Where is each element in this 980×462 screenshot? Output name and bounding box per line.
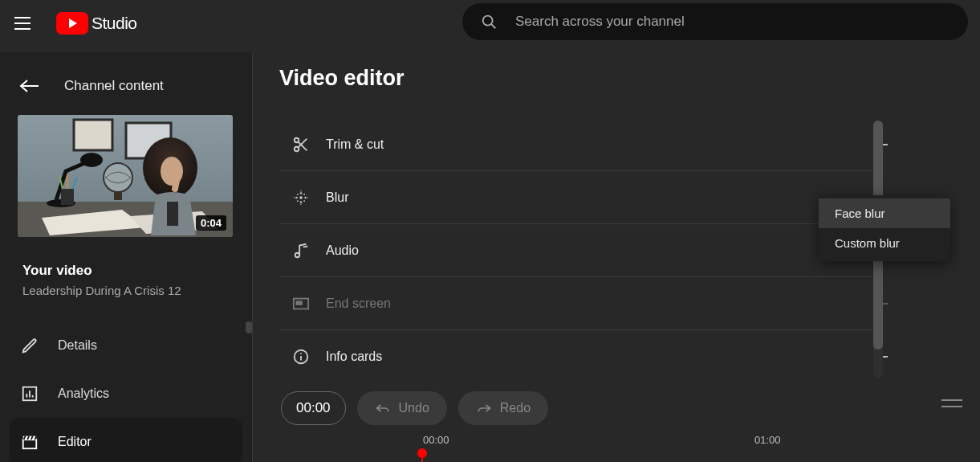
row-label: Info cards [326, 350, 382, 364]
svg-point-7 [104, 163, 132, 192]
timeline-controls: 00:00 Undo Redo [281, 388, 970, 428]
hamburger-menu-button[interactable] [14, 14, 34, 33]
youtube-play-icon [56, 12, 88, 35]
timeline-drag-handle-icon[interactable] [941, 396, 970, 411]
svg-rect-55 [296, 301, 303, 305]
page-title: Video editor [279, 66, 980, 91]
blur-icon [292, 189, 326, 206]
topbar: Studio [0, 0, 980, 46]
undo-icon [375, 402, 391, 415]
svg-point-38 [295, 196, 297, 198]
playhead-marker[interactable] [417, 448, 427, 458]
svg-point-49 [300, 203, 301, 204]
music-note-icon [292, 242, 326, 260]
sidebar-item-label: Details [58, 338, 97, 353]
row-label: Blur [326, 190, 348, 205]
video-thumbnail[interactable]: 0:04 [18, 115, 233, 237]
sidebar-item-label: Analytics [58, 386, 109, 401]
svg-point-40 [300, 192, 302, 194]
redo-button[interactable]: Redo [458, 391, 548, 425]
svg-rect-11 [61, 189, 74, 205]
undo-label: Undo [399, 401, 429, 415]
svg-point-46 [294, 197, 295, 198]
row-end-screen: End screen [279, 277, 873, 330]
svg-point-45 [303, 200, 305, 202]
info-icon [292, 348, 326, 366]
logo-text: Studio [91, 14, 137, 33]
channel-content-label: Channel content [64, 78, 164, 94]
svg-point-42 [297, 193, 299, 194]
tick-label: 00:00 [423, 434, 449, 446]
svg-point-31 [295, 137, 299, 142]
sidebar-item-analytics[interactable]: Analytics [0, 370, 252, 418]
row-trim-cut[interactable]: Trim & cut [279, 118, 873, 171]
sidebar-item-label: Editor [58, 435, 91, 449]
svg-point-39 [304, 196, 306, 198]
editor-rows: Trim & cut Blur [279, 118, 873, 383]
row-audio[interactable]: Audio [279, 224, 873, 277]
menu-item-custom-blur[interactable]: Custom blur [819, 228, 950, 258]
video-title: Leadership During A Crisis 12 [22, 284, 252, 297]
svg-point-41 [300, 201, 302, 202]
svg-point-60 [300, 353, 302, 354]
row-label: Audio [326, 243, 359, 258]
blur-menu: Face blur Custom blur [819, 195, 950, 261]
svg-line-1 [491, 24, 495, 28]
timeline[interactable]: 00:00 01:00 [281, 434, 970, 462]
svg-point-44 [297, 200, 299, 202]
svg-rect-25 [23, 440, 37, 448]
svg-point-32 [295, 146, 299, 151]
svg-rect-8 [114, 192, 122, 200]
search-input[interactable] [515, 14, 950, 30]
svg-line-51 [303, 246, 308, 247]
analytics-icon [21, 385, 58, 403]
row-info-cards[interactable]: Info cards [279, 330, 873, 383]
svg-rect-5 [74, 120, 112, 150]
back-arrow-icon [19, 79, 42, 93]
sidebar-item-details[interactable]: Details [0, 321, 252, 370]
sidebar-nav: Details Analytics [0, 321, 252, 462]
sidebar-scrollbar[interactable] [246, 321, 252, 333]
clapperboard-icon [21, 433, 58, 451]
row-blur[interactable]: Blur [279, 171, 873, 224]
studio-logo[interactable]: Studio [56, 12, 137, 35]
svg-point-47 [307, 197, 308, 198]
back-to-channel-content[interactable]: Channel content [0, 63, 252, 108]
redo-label: Redo [500, 401, 531, 415]
pencil-icon [21, 337, 58, 354]
svg-rect-20 [167, 202, 178, 226]
thumbnail-duration: 0:04 [196, 215, 226, 231]
svg-point-0 [483, 16, 493, 26]
svg-point-48 [300, 190, 301, 191]
sidebar-item-editor[interactable]: Editor [10, 418, 242, 462]
your-video-label: Your video [22, 263, 252, 279]
sidebar: Channel content [0, 52, 253, 462]
end-screen-icon [292, 296, 326, 311]
time-display[interactable]: 00:00 [281, 391, 346, 425]
svg-point-9 [80, 153, 103, 167]
undo-button[interactable]: Undo [357, 391, 447, 425]
search-icon [480, 13, 498, 31]
row-label: End screen [326, 296, 391, 311]
tick-label: 01:00 [754, 434, 781, 446]
menu-item-face-blur[interactable]: Face blur [819, 198, 950, 228]
scissors-icon [292, 136, 326, 153]
redo-icon [476, 402, 492, 415]
search-bar[interactable] [462, 3, 968, 40]
row-label: Trim & cut [326, 137, 384, 152]
svg-point-37 [299, 196, 303, 199]
svg-point-43 [303, 193, 305, 194]
